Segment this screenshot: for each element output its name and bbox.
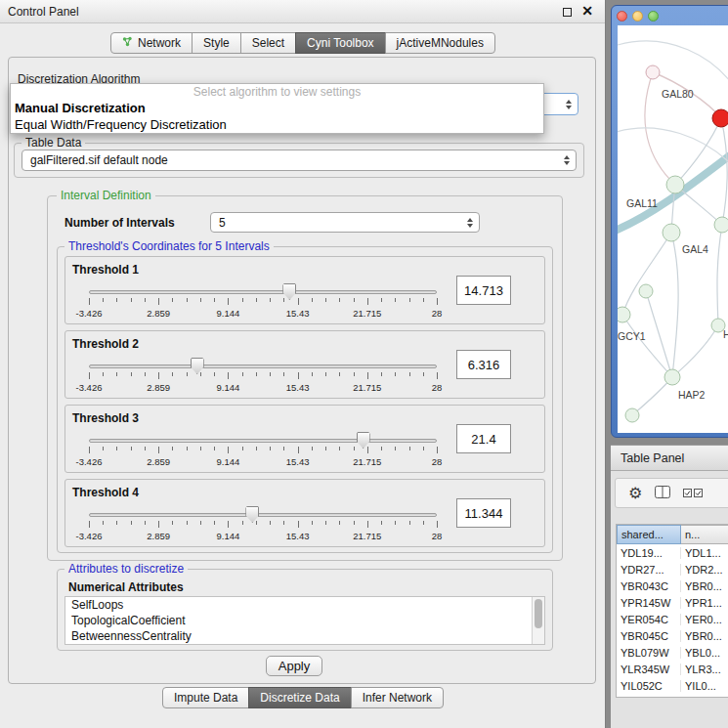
tab-network[interactable]: Network (110, 32, 193, 54)
network-node[interactable] (618, 307, 630, 322)
table-cell[interactable]: YDL1... (681, 547, 728, 559)
close-button[interactable] (617, 11, 627, 21)
dropdown-item-equal-width[interactable]: Equal Width/Frequency Discretization (11, 116, 543, 133)
table-row[interactable]: YDL19...YDL1... (617, 544, 728, 561)
table-cell[interactable]: YER054C (617, 614, 681, 625)
table-row[interactable]: YBR043CYBR0... (617, 578, 728, 594)
slider-tick (145, 298, 146, 302)
network-canvas[interactable]: GAL80GAL11GAL4GCY1HAP2H (618, 25, 728, 433)
column-header-name[interactable]: n... (681, 525, 728, 544)
network-edge[interactable] (618, 41, 728, 94)
table-panel-toolbar: ⚙ (615, 478, 728, 508)
slider-tick (116, 298, 117, 302)
table-cell[interactable]: YDR2... (681, 564, 728, 576)
attribute-item[interactable]: SelfLoops (65, 597, 544, 613)
table-cell[interactable]: YLR3... (681, 664, 728, 675)
table-row[interactable]: YER054CYER0... (617, 611, 728, 627)
table-cell[interactable]: YIL0... (681, 680, 728, 692)
network-edge[interactable] (717, 225, 722, 325)
minimize-button[interactable] (632, 11, 643, 21)
threshold-value-input[interactable] (456, 424, 511, 453)
network-node[interactable] (664, 369, 680, 385)
checkboxes-icon[interactable] (683, 485, 703, 502)
table-cell[interactable]: YBR045C (617, 630, 681, 642)
slider-tick (242, 298, 243, 302)
slider-tick (172, 521, 173, 525)
network-edge[interactable] (622, 315, 672, 377)
slider-tick (354, 298, 355, 302)
attribute-item[interactable]: TopologicalCoefficient (65, 613, 544, 628)
close-icon[interactable]: ✕ (581, 3, 593, 19)
tab-infer-network[interactable]: Infer Network (351, 687, 444, 708)
apply-button[interactable]: Apply (266, 656, 322, 676)
network-node[interactable] (625, 408, 639, 422)
table-row[interactable]: YLR345WYLR3... (617, 661, 728, 677)
network-node[interactable] (639, 284, 653, 298)
slider-tick (158, 298, 159, 305)
slider-tick (214, 521, 215, 525)
gear-icon[interactable]: ⚙ (628, 486, 642, 501)
network-node-label: GAL4 (682, 243, 708, 255)
network-node[interactable] (646, 65, 660, 79)
network-window[interactable]: GAL80GAL11GAL4GCY1HAP2H (611, 5, 728, 438)
tab-select[interactable]: Select (240, 32, 296, 54)
number-of-intervals-label: Number of Intervals (64, 216, 175, 230)
network-node[interactable] (666, 176, 684, 193)
zoom-button[interactable] (648, 11, 659, 21)
table-row[interactable]: YBL079WYBL0... (617, 644, 728, 661)
slider-tick (283, 521, 284, 525)
attribute-item[interactable]: BetweennessCentrality (65, 628, 544, 644)
network-edge[interactable] (672, 325, 718, 377)
network-node[interactable] (712, 109, 728, 127)
threshold-value-input[interactable] (456, 498, 511, 528)
table-cell[interactable]: YPR145W (617, 597, 681, 609)
table-cell[interactable]: YBL079W (617, 647, 681, 659)
slider-tick (270, 298, 271, 302)
table-data-label: Table Data (21, 136, 85, 150)
table-cell[interactable]: YIL052C (617, 680, 681, 692)
table-cell[interactable]: YDL19... (617, 547, 681, 559)
table-cell[interactable]: YBR043C (617, 580, 681, 592)
table-cell[interactable]: YBL0... (681, 647, 728, 659)
network-edge[interactable] (671, 233, 678, 377)
table-cell[interactable]: YDR27... (617, 564, 681, 576)
threshold-value-input[interactable] (456, 350, 511, 379)
network-node[interactable] (663, 224, 680, 241)
table-cell[interactable]: YLR345W (617, 664, 681, 675)
dropdown-item-manual-discretization[interactable]: Manual Discretization (11, 100, 543, 116)
scrollbar[interactable] (532, 597, 544, 644)
columns-icon[interactable] (655, 485, 670, 502)
column-header-shared-name[interactable]: shared... (617, 525, 681, 544)
tab-jactivemnodules[interactable]: jActiveMNodules (385, 32, 495, 54)
table-cell[interactable]: YBR0... (681, 630, 728, 642)
control-panel-titlebar[interactable]: Control Panel ✕ (0, 0, 605, 23)
numerical-attributes-list[interactable]: SelfLoopsTopologicalCoefficientBetweenne… (64, 596, 545, 645)
network-edge[interactable] (646, 291, 672, 377)
threshold-value-input[interactable] (456, 276, 511, 305)
float-window-icon[interactable] (563, 8, 572, 17)
table-data-combobox[interactable]: galFiltered.sif default node (21, 150, 577, 171)
network-edge[interactable] (721, 118, 727, 225)
tab-discretize-data[interactable]: Discretize Data (248, 687, 351, 708)
tab-cyni-toolbox[interactable]: Cyni Toolbox (295, 32, 385, 54)
threshold-slider[interactable] (89, 290, 437, 294)
threshold-slider[interactable] (89, 364, 437, 368)
table-panel-titlebar[interactable]: Table Panel (611, 446, 728, 471)
table-cell[interactable]: YER0... (681, 614, 728, 625)
tab-impute-data[interactable]: Impute Data (162, 687, 249, 708)
scrollbar-thumb[interactable] (535, 599, 542, 628)
table-row[interactable]: YIL052CYIL0... (617, 677, 728, 694)
table-row[interactable]: YBR045CYBR0... (617, 627, 728, 644)
table-row[interactable]: YDR27...YDR2... (617, 561, 728, 578)
tab-style[interactable]: Style (192, 32, 241, 54)
table-cell[interactable]: YBR0... (681, 580, 728, 592)
slider-tick (298, 521, 299, 528)
table-row[interactable]: YPR145WYPR1... (617, 594, 728, 611)
network-edge[interactable] (622, 233, 671, 315)
threshold-slider[interactable] (89, 513, 437, 517)
table-cell[interactable]: YPR1... (681, 597, 728, 609)
number-of-intervals-combobox[interactable]: 5 (210, 212, 480, 233)
threshold-slider[interactable] (89, 439, 437, 443)
tab-label: Cyni Toolbox (307, 36, 373, 50)
network-node[interactable] (714, 217, 728, 233)
